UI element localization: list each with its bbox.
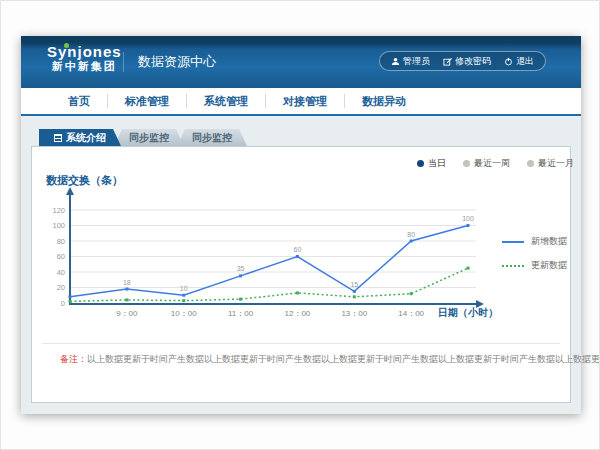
data-point-label: 80	[407, 231, 415, 238]
logo-text: Synjones	[47, 44, 122, 60]
document-icon	[54, 134, 62, 142]
tab-1[interactable]: 系统介绍	[39, 129, 121, 146]
data-point-marker	[182, 299, 185, 302]
legend-item-1[interactable]: 新增数据	[502, 235, 567, 248]
tab-label: 系统介绍	[66, 131, 106, 145]
logout-icon	[504, 57, 513, 66]
data-point-marker	[125, 288, 128, 291]
x-tick-3: 11：00	[228, 309, 254, 318]
page-title: 数据资源中心	[123, 52, 216, 72]
nav-item-3[interactable]: 系统管理	[186, 94, 265, 108]
y-tick-20: 20	[57, 283, 65, 292]
data-point-label: 15	[350, 281, 358, 288]
data-point-marker	[125, 298, 128, 301]
data-point-marker	[69, 295, 72, 298]
x-tick-6: 14：00	[398, 309, 424, 318]
main-nav: 首页标准管理系统管理对接管理数据异动	[21, 88, 581, 116]
logo-accent-dot-icon	[64, 43, 69, 48]
footnote: 备注：以上数据更新于时间产生数据以上数据更新于时间产生数据以上数据更新于时间产生…	[60, 353, 600, 366]
y-axis-arrow-icon	[66, 187, 74, 195]
legend-item-2[interactable]: 更新数据	[502, 259, 567, 272]
x-tick-5: 13：00	[341, 309, 367, 318]
y-tick-120: 120	[52, 206, 65, 215]
footnote-text: 以上数据更新于时间产生数据以上数据更新于时间产生数据以上数据更新于时间产生数据以…	[87, 354, 600, 364]
change-password-button[interactable]: 修改密码	[443, 55, 491, 68]
logout-label: 退出	[516, 55, 534, 68]
period-radio-1[interactable]: 当日	[417, 157, 446, 170]
y-tick-0: 0	[61, 299, 65, 308]
radio-dot-icon	[463, 160, 470, 167]
data-point-label: 100	[462, 215, 474, 222]
nav-item-1[interactable]: 首页	[51, 94, 107, 108]
y-tick-40: 40	[57, 268, 65, 277]
logo: Synjones 新中新集团	[47, 44, 122, 73]
data-point-marker	[353, 295, 356, 298]
tab-label: 同步监控	[192, 131, 232, 145]
data-point-label: 18	[123, 279, 131, 286]
x-tick-1: 9：00	[116, 309, 138, 318]
data-point-marker	[239, 298, 242, 301]
nav-item-2[interactable]: 标准管理	[107, 94, 186, 108]
data-point-label: 35	[237, 265, 245, 272]
note-divider	[42, 343, 560, 344]
period-radio-label: 最近一周	[474, 157, 510, 170]
user-menu-admin-label: 管理员	[403, 55, 430, 68]
y-axis-title: 数据交换（条）	[46, 173, 123, 188]
period-radio-label: 最近一月	[538, 157, 574, 170]
data-point-marker	[353, 290, 356, 293]
y-tick-80: 80	[57, 237, 65, 246]
period-filter-group: 当日最近一周最近一月	[417, 157, 574, 170]
tab-3[interactable]: 同步监控	[177, 129, 247, 146]
footnote-prefix: 备注：	[60, 354, 87, 364]
user-icon	[391, 57, 400, 66]
legend-line-sample	[502, 265, 524, 267]
data-point-marker	[410, 292, 413, 295]
user-menu: 管理员 修改密码 退出	[379, 51, 546, 71]
data-point-marker	[467, 224, 470, 227]
change-password-label: 修改密码	[455, 55, 491, 68]
chart-legend: 新增数据更新数据	[502, 235, 567, 272]
data-point-marker	[467, 267, 470, 270]
period-radio-2[interactable]: 最近一周	[463, 157, 510, 170]
x-tick-4: 12：00	[285, 309, 311, 318]
content-area: 系统介绍同步监控同步监控 当日最近一周最近一月 数据交换（条） 02040608…	[21, 116, 581, 414]
period-radio-label: 当日	[428, 157, 446, 170]
data-point-label: 60	[294, 246, 302, 253]
data-point-marker	[69, 300, 72, 303]
chart-panel: 当日最近一周最近一月 数据交换（条） 0204060801001209：0010…	[31, 146, 571, 403]
y-tick-60: 60	[57, 252, 65, 261]
x-axis-title: 日期（小时）	[438, 306, 498, 320]
tab-label: 同步监控	[129, 131, 169, 145]
y-tick-100: 100	[52, 221, 65, 230]
data-point-marker	[182, 294, 185, 297]
logout-button[interactable]: 退出	[504, 55, 534, 68]
tab-2[interactable]: 同步监控	[114, 129, 184, 146]
app-window: Synjones 新中新集团 数据资源中心 管理员 修改密码 退出 首页标准管理…	[21, 36, 581, 414]
data-point-marker	[239, 274, 242, 277]
period-radio-3[interactable]: 最近一月	[527, 157, 574, 170]
data-point-label: 10	[180, 285, 188, 292]
logo-subtext: 新中新集团	[47, 60, 122, 73]
edit-icon	[443, 57, 452, 66]
radio-dot-icon	[527, 160, 534, 167]
radio-dot-icon	[417, 160, 424, 167]
data-point-marker	[296, 291, 299, 294]
user-menu-admin[interactable]: 管理员	[391, 55, 430, 68]
data-point-marker	[410, 240, 413, 243]
data-point-marker	[296, 255, 299, 258]
legend-line-sample	[502, 241, 524, 243]
tab-bar: 系统介绍同步监控同步监控	[39, 129, 247, 146]
nav-item-5[interactable]: 数据异动	[344, 94, 423, 108]
nav-item-4[interactable]: 对接管理	[265, 94, 344, 108]
legend-label: 更新数据	[531, 259, 567, 272]
legend-label: 新增数据	[531, 235, 567, 248]
app-header: Synjones 新中新集团 数据资源中心 管理员 修改密码 退出	[21, 36, 581, 88]
x-tick-2: 10：00	[171, 309, 197, 318]
